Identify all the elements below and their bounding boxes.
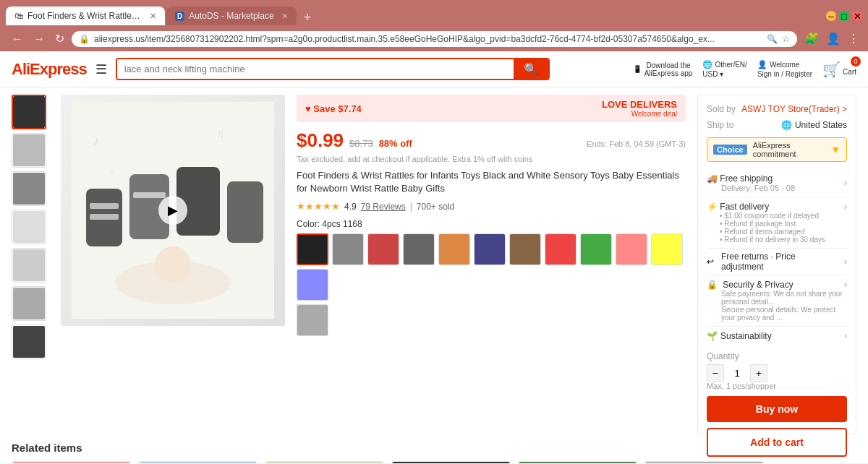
thumb-1[interactable] <box>12 95 46 129</box>
browser-chrome: 🛍 Foot Finders & Wrist Rattles fo... ✕ D… <box>0 0 868 51</box>
maximize-button[interactable]: □ <box>839 11 849 21</box>
window-controls: – □ ✕ <box>826 11 862 21</box>
tab-close-1[interactable]: ✕ <box>281 12 288 21</box>
right-panel: Sold by ASWJ TOY Store(Trader) > Ship to… <box>697 95 856 434</box>
sold-by-row: Sold by ASWJ TOY Store(Trader) > <box>707 104 847 114</box>
color-swatch-4[interactable] <box>438 233 470 265</box>
back-button[interactable]: ← <box>9 31 26 47</box>
separator: | <box>410 202 412 212</box>
sustainability-row[interactable]: 🌱 Sustainability › <box>707 326 847 345</box>
color-swatch-12[interactable] <box>297 304 328 336</box>
menu-icon[interactable]: ⋮ <box>848 32 859 46</box>
delivery-section: 🚚 Free shipping Delivery: Feb 05 - 08 › … <box>707 169 847 345</box>
thumb-4[interactable] <box>12 210 46 244</box>
related-item-4[interactable]: 🏕 Eshico HCT-379 Outdoor G... ★★★★★ 183 … <box>518 461 637 463</box>
store-link[interactable]: ASWJ TOY Store(Trader) > <box>741 104 847 114</box>
product-info: ♥ Save $7.74 LOVE DELIVERS Welcome deal … <box>297 95 686 434</box>
increase-qty-button[interactable]: + <box>750 364 767 382</box>
return-icon: ↩ <box>707 257 714 267</box>
tab-1[interactable]: D AutoDS - Marketplace ✕ <box>166 7 297 25</box>
main-content: ♪ ♫ ★ <box>0 87 868 442</box>
promo-save: ♥ Save $7.74 <box>305 103 362 114</box>
color-swatch-9[interactable] <box>616 233 647 265</box>
related-item-3[interactable]: makita Top Selling 🔋 100% Original makit… <box>391 461 511 463</box>
minimize-button[interactable]: – <box>826 11 836 21</box>
color-swatch-6[interactable] <box>509 233 541 265</box>
ship-to-value[interactable]: 🌐 United States <box>781 120 847 130</box>
thumb-3[interactable] <box>12 171 46 206</box>
tab-label-1: AutoDS - Marketplace <box>189 11 273 21</box>
color-swatch-8[interactable] <box>580 233 612 265</box>
currency-selector[interactable]: 🌐 Other/EN/USD ▾ <box>702 60 747 78</box>
add-to-cart-button[interactable]: Add to cart <box>707 428 847 457</box>
svg-rect-10 <box>133 192 166 198</box>
thumb-7[interactable] <box>12 325 46 359</box>
search-icon: 🔍 <box>767 34 778 44</box>
refresh-button[interactable]: ↻ <box>52 30 67 47</box>
free-returns-row[interactable]: ↩ Free returns · Price adjustment › <box>707 249 847 275</box>
color-swatch-7[interactable] <box>545 233 576 265</box>
choice-label: Choice <box>713 145 747 155</box>
product-title: Foot Finders & Wrist Rattles for Infants… <box>297 169 686 195</box>
download-app[interactable]: 📱 Download theAliExpress app <box>633 61 693 77</box>
profile-icon[interactable]: 👤 <box>826 32 841 46</box>
ali-commitment: AliExpress commitment <box>753 141 825 158</box>
forward-button[interactable]: → <box>30 31 48 47</box>
phone-icon: 📱 <box>633 65 642 73</box>
truck-icon: 🚚 <box>707 173 718 184</box>
sold-by-label: Sold by <box>707 104 736 114</box>
returns-chevron-icon: › <box>844 257 847 267</box>
color-swatch-3[interactable] <box>403 233 435 265</box>
thumb-5[interactable] <box>12 248 46 283</box>
tab-0[interactable]: 🛍 Foot Finders & Wrist Rattles fo... ✕ <box>6 7 165 25</box>
fast-delivery-info: ⚡ Fast delivery • $1.00 coupon code if d… <box>707 202 825 244</box>
quantity-label: Quantity <box>707 351 847 361</box>
color-swatch-5[interactable] <box>474 233 506 265</box>
video-play-button[interactable]: ▶ <box>158 196 187 225</box>
close-button[interactable]: ✕ <box>852 11 862 21</box>
new-tab-button[interactable]: + <box>298 10 318 25</box>
reviews-link[interactable]: 79 Reviews <box>361 202 406 212</box>
color-swatch-0[interactable] <box>297 233 328 265</box>
fast-chevron-icon: › <box>844 202 847 244</box>
security-row[interactable]: 🔒 Security & Privacy Safe payments: We d… <box>707 275 847 326</box>
color-label: Color: 4pcs 1168 <box>297 219 686 229</box>
sustainability-label: Sustainability <box>720 331 772 341</box>
tab-close-0[interactable]: ✕ <box>150 12 156 21</box>
delivery-dates: Delivery: Feb 05 - 08 <box>721 184 795 192</box>
related-item-0[interactable]: Ad 📱 PRITOM 7 Inch Kids Tablet ... ★★★★★… <box>12 461 131 463</box>
search-input[interactable] <box>117 59 514 79</box>
color-swatch-2[interactable] <box>367 233 399 265</box>
promo-banner: ♥ Save $7.74 LOVE DELIVERS Welcome deal <box>297 95 686 122</box>
hamburger-menu[interactable]: ☰ <box>95 61 107 77</box>
related-item-1[interactable]: Ad 🔒 Tuya Wifi Digital Electronic ... ★★… <box>138 461 258 463</box>
related-item-5[interactable]: 🛒 Bravo LE ClearTex Quick-Fo... $223.87 … <box>644 461 764 463</box>
account-menu[interactable]: 👤 WelcomeSign in / Register <box>757 60 812 78</box>
discount-badge: 88% off <box>379 138 412 149</box>
url-box[interactable]: 🔒 aliexpress.us/item/3256807312902202.ht… <box>72 31 797 47</box>
related-item-2[interactable]: Ad 📅 Family Shared Calendar The... 1 sol… <box>265 461 384 463</box>
free-shipping-row[interactable]: 🚚 Free shipping Delivery: Feb 05 - 08 › <box>707 169 847 197</box>
leaf-icon: 🌱 <box>707 331 718 341</box>
fast-delivery-row[interactable]: ⚡ Fast delivery • $1.00 coupon code if d… <box>707 197 847 249</box>
color-swatch-10[interactable] <box>651 233 683 265</box>
thumb-2[interactable] <box>12 133 46 168</box>
thumb-6[interactable] <box>12 286 46 321</box>
bookmark-icon[interactable]: ☆ <box>782 34 790 44</box>
decrease-qty-button[interactable]: − <box>707 364 724 382</box>
chevron-right-icon: › <box>844 178 847 188</box>
heart-icon: ♡ <box>822 463 830 463</box>
globe-icon: 🌐 <box>702 60 712 69</box>
search-button[interactable]: 🔍 <box>514 59 548 79</box>
promo-title: LOVE DELIVERS <box>602 99 677 110</box>
likes-button[interactable]: ♡ 275 <box>822 463 847 463</box>
fast-delivery-label: Fast delivery <box>720 202 769 212</box>
buy-now-button[interactable]: Buy now <box>707 396 847 422</box>
globe-small-icon: 🌐 <box>781 120 792 130</box>
extensions-icon[interactable]: 🧩 <box>804 32 819 46</box>
cart-button[interactable]: 🛒 0 Cart <box>822 61 856 78</box>
lightning-icon: ⚡ <box>707 202 718 212</box>
color-swatch-11[interactable] <box>297 269 328 301</box>
free-returns-label: Free returns · Price adjustment <box>721 252 840 272</box>
color-swatch-1[interactable] <box>332 233 364 265</box>
